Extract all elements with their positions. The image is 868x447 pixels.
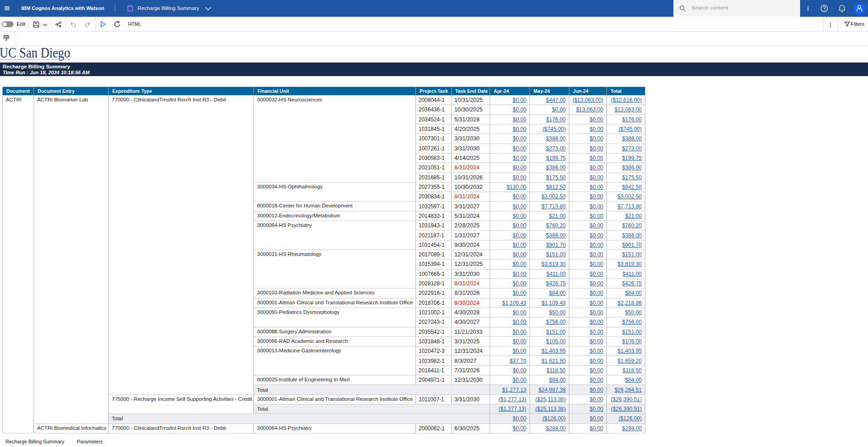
svg-text:UC San Diego: UC San Diego bbox=[0, 44, 70, 61]
